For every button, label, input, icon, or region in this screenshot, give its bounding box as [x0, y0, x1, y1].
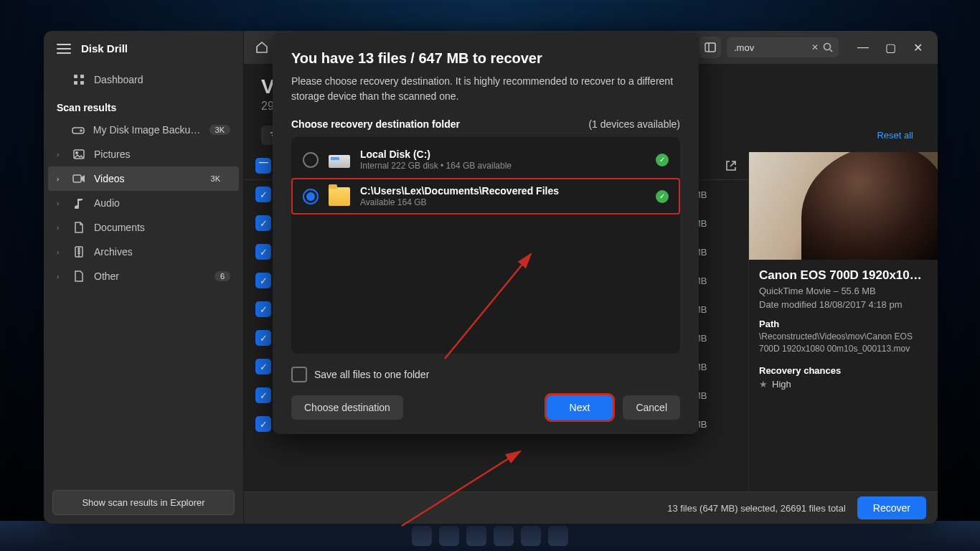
check-icon: ✓ — [656, 190, 669, 203]
search-field[interactable]: ✕ — [727, 37, 839, 57]
taskbar-icon[interactable] — [439, 526, 459, 546]
destination-option-local-disk[interactable]: Local Disk (C:) Internal 222 GB disk • 1… — [291, 141, 680, 178]
preview-meta: QuickTime Movie – 55.6 MB — [759, 286, 928, 296]
svg-rect-8 — [73, 175, 81, 182]
row-checkbox[interactable]: ✓ — [255, 215, 271, 231]
row-checkbox[interactable]: ✓ — [255, 387, 271, 403]
radio-button[interactable] — [303, 152, 319, 168]
search-icon[interactable] — [823, 42, 833, 52]
choose-destination-button[interactable]: Choose destination — [291, 395, 403, 420]
preview-recovery-label: Recovery chances — [759, 365, 928, 376]
clear-icon[interactable]: ✕ — [811, 42, 819, 52]
svg-rect-1 — [80, 75, 84, 78]
sidebar-item-label: Pictures — [94, 149, 131, 160]
chevron-right-icon: › — [57, 224, 64, 232]
sidebar-toggle-icon[interactable] — [699, 37, 721, 58]
check-icon: ✓ — [656, 154, 669, 166]
taskbar-icon[interactable] — [466, 526, 486, 546]
home-icon[interactable] — [251, 37, 273, 58]
row-checkbox[interactable]: ✓ — [255, 273, 271, 288]
chevron-right-icon: › — [57, 199, 64, 207]
preview-date: Date modified 18/08/2017 4:18 pm — [759, 299, 928, 310]
dialog-description: Please choose recovery destination. It i… — [291, 74, 680, 104]
sidebar-item-label: My Disk Image Backup.d… — [93, 124, 201, 136]
select-all-checkbox[interactable] — [255, 158, 271, 174]
sidebar-item-documents[interactable]: › Documents — [44, 215, 243, 240]
destination-option-recovered-folder[interactable]: C:\Users\Lex\Documents\Recovered Files A… — [291, 178, 680, 215]
preview-path-value: \Reconstructed\Videos\mov\Canon EOS 700D… — [759, 331, 928, 355]
row-checkbox[interactable]: ✓ — [255, 359, 271, 375]
sidebar-heading-scan-results: Scan results — [44, 92, 243, 118]
reset-all-link[interactable]: Reset all — [877, 130, 920, 141]
selection-status: 13 files (647 MB) selected, 26691 files … — [667, 503, 846, 514]
sidebar-item-label: Archives — [94, 246, 133, 258]
sidebar-item-label: Videos — [94, 173, 125, 184]
taskbar-icon[interactable] — [548, 526, 568, 546]
taskbar-icon[interactable] — [521, 526, 541, 546]
preview-panel: Canon EOS 700D 1920x10… QuickTime Movie … — [748, 152, 938, 491]
menu-icon[interactable] — [57, 44, 71, 54]
os-taskbar — [0, 521, 980, 551]
sidebar-item-label: Audio — [94, 197, 120, 209]
destination-name: Local Disk (C:) — [360, 149, 646, 160]
show-in-explorer-button[interactable]: Show scan results in Explorer — [52, 490, 235, 515]
sidebar-item-other[interactable]: › Other 6 — [44, 264, 243, 288]
checkbox[interactable] — [291, 367, 307, 382]
row-checkbox[interactable]: ✓ — [255, 416, 271, 432]
svg-rect-21 — [705, 43, 715, 52]
status-bar: 13 files (647 MB) selected, 26691 files … — [244, 491, 938, 524]
count-badge: 3K — [205, 174, 226, 184]
svg-rect-2 — [74, 81, 77, 85]
video-icon — [72, 172, 85, 185]
maximize-button[interactable]: ▢ — [877, 37, 903, 58]
sidebar: Disk Drill Dashboard Scan results My Dis… — [44, 31, 244, 524]
grid-icon — [72, 73, 85, 86]
destination-sub: Internal 222 GB disk • 164 GB available — [360, 161, 646, 171]
next-button[interactable]: Next — [547, 395, 613, 420]
minimize-button[interactable]: — — [850, 37, 876, 58]
chevron-right-icon: › — [57, 248, 64, 256]
taskbar-icon[interactable] — [412, 526, 432, 546]
svg-point-5 — [80, 130, 82, 131]
image-icon — [72, 148, 85, 161]
search-input[interactable] — [732, 42, 807, 54]
svg-rect-3 — [80, 81, 84, 85]
svg-point-7 — [76, 152, 78, 154]
preview-path-label: Path — [759, 319, 928, 329]
preview-filename: Canon EOS 700D 1920x10… — [759, 268, 928, 283]
archive-icon — [72, 245, 85, 258]
destination-name: C:\Users\Lex\Documents\Recovered Files — [360, 185, 646, 197]
folder-icon — [329, 187, 350, 206]
chevron-right-icon: › — [57, 273, 64, 281]
open-external-icon[interactable] — [725, 160, 737, 171]
disk-icon — [72, 123, 85, 136]
sidebar-item-label: Other — [94, 270, 119, 282]
star-icon: ★ — [759, 379, 768, 390]
sidebar-item-archives[interactable]: › Archives — [44, 240, 243, 264]
dialog-title: You have 13 files / 647 MB to recover — [291, 50, 680, 67]
cancel-button[interactable]: Cancel — [623, 395, 680, 420]
row-checkbox[interactable]: ✓ — [255, 187, 271, 202]
sidebar-item-source[interactable]: My Disk Image Backup.d… 3K — [44, 118, 243, 142]
sidebar-item-audio[interactable]: › Audio — [44, 191, 243, 215]
sidebar-item-pictures[interactable]: › Pictures — [44, 142, 243, 166]
sidebar-item-dashboard[interactable]: Dashboard — [44, 67, 243, 92]
chevron-right-icon: › — [57, 151, 64, 159]
sidebar-item-label: Documents — [94, 222, 145, 233]
sidebar-item-label: Dashboard — [94, 74, 143, 85]
svg-rect-0 — [74, 75, 77, 78]
radio-button[interactable] — [303, 189, 319, 204]
row-checkbox[interactable]: ✓ — [255, 301, 271, 317]
destination-list: Local Disk (C:) Internal 222 GB disk • 1… — [291, 137, 680, 354]
document-icon — [72, 221, 85, 234]
sidebar-item-videos[interactable]: › Videos 3K — [48, 166, 239, 191]
row-checkbox[interactable]: ✓ — [255, 244, 271, 260]
devices-available-label: (1 devices available) — [588, 118, 680, 130]
taskbar-icon[interactable] — [494, 526, 514, 546]
svg-point-22 — [824, 44, 831, 50]
close-button[interactable]: ✕ — [905, 37, 930, 58]
save-one-folder-option[interactable]: Save all files to one folder — [291, 367, 680, 382]
window-controls: — ▢ ✕ — [850, 37, 930, 58]
row-checkbox[interactable]: ✓ — [255, 330, 271, 346]
recover-button[interactable]: Recover — [857, 496, 926, 519]
